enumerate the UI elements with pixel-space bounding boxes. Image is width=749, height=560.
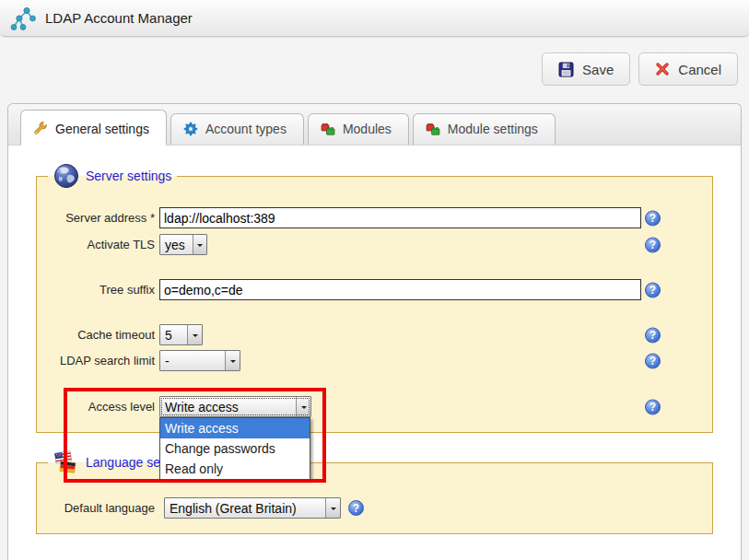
chevron-down-icon [225, 351, 240, 370]
tree-suffix-input[interactable] [159, 279, 641, 300]
access-level-row: Access level Write access ? Write access… [46, 396, 701, 417]
tab-modules[interactable]: Modules [308, 113, 409, 145]
tree-suffix-row: Tree suffix ? [46, 279, 701, 300]
language-settings-section: Language settings Default language Engli… [36, 449, 713, 534]
tab-label: Modules [343, 122, 392, 136]
access-level-label: Access level [46, 400, 155, 414]
default-language-row: Default language English (Great Britain)… [46, 497, 701, 519]
cancel-button-label: Cancel [678, 62, 721, 77]
tree-suffix-label: Tree suffix [46, 283, 155, 297]
bricks-icon [426, 122, 440, 136]
app-title: LDAP Account Manager [45, 10, 193, 26]
wrench-icon [33, 122, 48, 136]
ldap-search-limit-label: LDAP search limit [46, 354, 155, 368]
cache-timeout-select[interactable]: 5 [159, 324, 203, 345]
cancel-x-icon [655, 62, 670, 76]
tab-content: Server settings Server address * ? Activ… [8, 163, 741, 534]
chevron-down-icon [193, 235, 206, 254]
gear-icon [183, 122, 198, 136]
bricks-icon [321, 122, 335, 136]
ldap-search-limit-row: LDAP search limit - ? [46, 350, 701, 371]
server-settings-section: Server settings Server address * ? Activ… [36, 163, 713, 433]
title-bar: LDAP Account Manager [0, 0, 749, 37]
help-icon[interactable]: ? [645, 327, 661, 343]
cache-timeout-row: Cache timeout 5 ? [46, 324, 701, 345]
flags-icon [53, 449, 79, 475]
selected-value: 5 [165, 328, 172, 343]
server-address-label: Server address * [46, 211, 155, 225]
selected-value: Write access [165, 400, 239, 414]
activate-tls-label: Activate TLS [46, 238, 155, 251]
default-language-select[interactable]: English (Great Britain) [164, 497, 341, 519]
settings-panel: General settings Account types [7, 103, 742, 560]
lam-logo-icon [9, 5, 37, 32]
activate-tls-select[interactable]: yes [159, 234, 207, 255]
server-address-row: Server address * ? [46, 207, 701, 228]
save-button-label: Save [582, 62, 614, 77]
tab-label: Account types [205, 122, 287, 136]
chevron-down-icon [296, 397, 310, 416]
access-level-dropdown-list: Write access Change passwords Read only [159, 417, 310, 480]
server-settings-legend[interactable]: Server settings [48, 163, 177, 189]
activate-tls-row: Activate TLS yes ? [46, 234, 701, 255]
selected-value: English (Great Britain) [170, 501, 297, 516]
tab-account-types[interactable]: Account types [170, 113, 304, 145]
server-settings-title: Server settings [86, 169, 171, 183]
ldap-search-limit-select[interactable]: - [159, 350, 240, 371]
chevron-down-icon [325, 498, 340, 518]
help-icon[interactable]: ? [645, 399, 661, 414]
dropdown-option-change-passwords[interactable]: Change passwords [160, 438, 310, 459]
tab-strip: General settings Account types [8, 104, 741, 146]
help-icon[interactable]: ? [645, 237, 661, 252]
tab-general-settings[interactable]: General settings [20, 110, 167, 146]
chevron-down-icon [187, 325, 202, 344]
default-language-label: Default language [46, 501, 155, 515]
server-address-input[interactable] [159, 207, 641, 228]
access-level-select[interactable]: Write access [159, 396, 311, 417]
cancel-button[interactable]: Cancel [638, 52, 738, 86]
floppy-disk-icon [558, 62, 574, 77]
help-icon[interactable]: ? [348, 500, 364, 516]
save-button[interactable]: Save [542, 52, 630, 86]
globe-icon [53, 163, 79, 189]
dropdown-option-write-access[interactable]: Write access [160, 418, 310, 438]
dropdown-option-read-only[interactable]: Read only [160, 459, 310, 479]
cache-timeout-label: Cache timeout [46, 328, 155, 342]
tab-label: General settings [55, 122, 149, 136]
action-bar: Save Cancel [542, 52, 738, 86]
help-icon[interactable]: ? [645, 353, 661, 368]
tab-label: Module settings [448, 122, 538, 136]
selected-value: - [165, 354, 170, 368]
help-icon[interactable]: ? [645, 210, 661, 226]
help-icon[interactable]: ? [645, 282, 661, 298]
tab-module-settings[interactable]: Module settings [413, 113, 556, 145]
selected-value: yes [165, 238, 185, 252]
